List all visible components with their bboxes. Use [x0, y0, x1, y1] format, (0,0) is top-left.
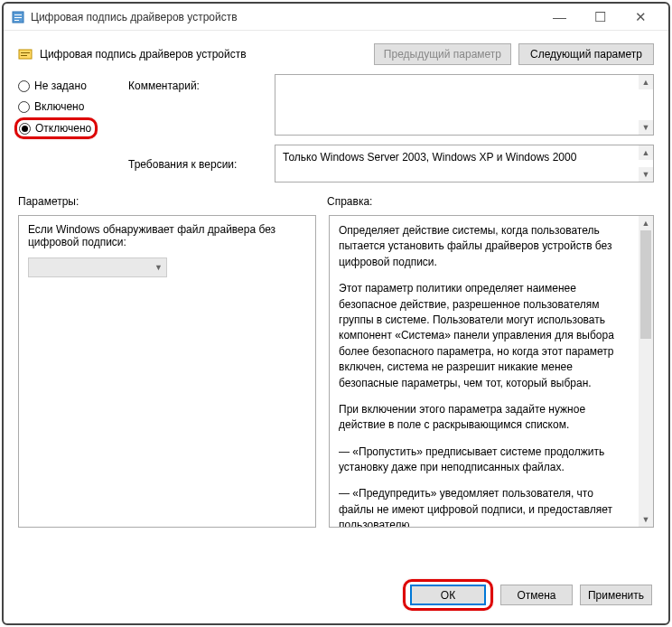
svg-rect-5 — [21, 52, 30, 53]
radio-not-configured[interactable]: Не задано — [18, 80, 117, 92]
titlebar: Цифровая подпись драйверов устройств — ☐… — [4, 4, 668, 31]
help-paragraph: При включении этого параметра задайте ну… — [339, 402, 631, 434]
scroll-up-icon[interactable]: ▲ — [639, 75, 653, 89]
scroll-up-icon[interactable]: ▲ — [639, 216, 653, 230]
previous-setting-button[interactable]: Предыдущий параметр — [374, 43, 511, 65]
help-label: Справка: — [327, 195, 654, 208]
radio-label: Включено — [34, 100, 84, 113]
policy-title: Цифровая подпись драйверов устройств — [40, 48, 367, 61]
svg-rect-2 — [14, 17, 22, 18]
parameters-label: Параметры: — [18, 195, 327, 208]
requirements-label: Требования к версии: — [128, 158, 237, 171]
scroll-down-icon[interactable]: ▼ — [639, 120, 653, 135]
close-button[interactable]: ✕ — [621, 5, 661, 30]
scroll-down-icon[interactable]: ▼ — [639, 512, 653, 527]
radio-label: Не задано — [34, 80, 87, 92]
apply-button[interactable]: Применить — [580, 585, 652, 605]
scroll-down-icon[interactable]: ▼ — [639, 167, 653, 182]
help-panel: Определяет действие системы, когда польз… — [329, 215, 654, 528]
chevron-down-icon: ▼ — [154, 263, 163, 272]
window-title: Цифровая подпись драйверов устройств — [31, 11, 539, 23]
help-paragraph: Этот параметр политики определяет наимен… — [339, 281, 631, 391]
requirements-box: Только Windows Server 2003, Windows XP и… — [275, 145, 654, 182]
policy-icon — [18, 47, 33, 61]
ok-button[interactable]: ОК — [410, 585, 486, 605]
radio-enabled[interactable]: Включено — [18, 100, 117, 113]
scroll-up-icon[interactable]: ▲ — [639, 145, 653, 160]
radio-icon — [18, 101, 30, 113]
minimize-button[interactable]: — — [539, 5, 580, 30]
comment-textarea[interactable]: ▲ ▼ — [275, 74, 654, 136]
radio-label: Отключено — [35, 122, 91, 135]
help-paragraph: Определяет действие системы, когда польз… — [339, 223, 631, 270]
help-paragraph: — «Пропустить» предписывает системе прод… — [339, 445, 631, 476]
maximize-button[interactable]: ☐ — [580, 5, 621, 30]
scrollbar[interactable]: ▲ ▼ — [639, 216, 653, 527]
requirements-text: Только Windows Server 2003, Windows XP и… — [283, 151, 576, 164]
help-paragraph: — «Предупредить» уведомляет пользователя… — [339, 486, 631, 528]
param-description: Если Windows обнаруживает файл драйвера … — [28, 223, 306, 248]
scrollbar-thumb[interactable] — [640, 230, 651, 339]
policy-icon — [11, 10, 25, 24]
svg-rect-1 — [14, 14, 22, 15]
svg-rect-4 — [19, 50, 32, 59]
radio-icon — [19, 123, 31, 135]
comment-label: Комментарий: — [128, 80, 264, 92]
cancel-button[interactable]: Отмена — [500, 585, 573, 605]
parameters-panel: Если Windows обнаруживает файл драйвера … — [18, 215, 316, 528]
highlight-disabled-radio: Отключено — [14, 117, 98, 139]
radio-disabled[interactable]: Отключено — [19, 122, 91, 135]
svg-rect-6 — [21, 55, 27, 56]
radio-icon — [18, 80, 30, 92]
highlight-ok-button: ОК — [403, 579, 493, 611]
svg-rect-3 — [14, 20, 19, 21]
action-dropdown[interactable]: ▼ — [28, 257, 167, 277]
next-setting-button[interactable]: Следующий параметр — [518, 43, 654, 65]
